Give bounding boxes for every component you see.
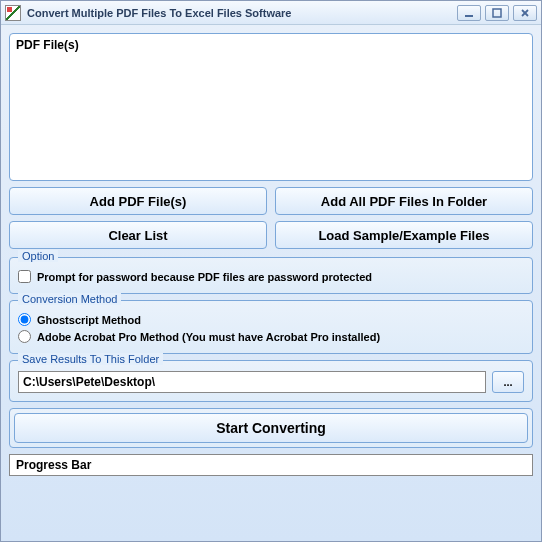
clear-list-button[interactable]: Clear List <box>9 221 267 249</box>
app-icon <box>5 5 21 21</box>
start-converting-button[interactable]: Start Converting <box>14 413 528 443</box>
conversion-group: Conversion Method Ghostscript Method Ado… <box>9 300 533 354</box>
acrobat-label: Adobe Acrobat Pro Method (You must have … <box>37 331 380 343</box>
prompt-password-label: Prompt for password because PDF files ar… <box>37 271 372 283</box>
prompt-password-checkbox[interactable] <box>18 270 31 283</box>
file-list-box[interactable]: PDF File(s) <box>9 33 533 181</box>
client-area: PDF File(s) Add PDF File(s) Add All PDF … <box>1 25 541 541</box>
load-sample-button[interactable]: Load Sample/Example Files <box>275 221 533 249</box>
ghostscript-row[interactable]: Ghostscript Method <box>18 311 524 328</box>
minimize-button[interactable] <box>457 5 481 21</box>
close-button[interactable] <box>513 5 537 21</box>
app-window: Convert Multiple PDF Files To Excel File… <box>0 0 542 542</box>
maximize-button[interactable] <box>485 5 509 21</box>
path-row: ... <box>18 371 524 393</box>
browse-button[interactable]: ... <box>492 371 524 393</box>
ghostscript-radio[interactable] <box>18 313 31 326</box>
window-controls <box>457 5 537 21</box>
save-path-input[interactable] <box>18 371 486 393</box>
option-legend: Option <box>18 250 58 262</box>
ghostscript-label: Ghostscript Method <box>37 314 141 326</box>
window-title: Convert Multiple PDF Files To Excel File… <box>27 7 457 19</box>
conversion-legend: Conversion Method <box>18 293 121 305</box>
acrobat-row[interactable]: Adobe Acrobat Pro Method (You must have … <box>18 328 524 345</box>
acrobat-radio[interactable] <box>18 330 31 343</box>
save-group: Save Results To This Folder ... <box>9 360 533 402</box>
svg-rect-1 <box>493 9 501 17</box>
progress-bar: Progress Bar <box>9 454 533 476</box>
file-list-header: PDF File(s) <box>16 38 526 54</box>
button-grid: Add PDF File(s) Add All PDF Files In Fol… <box>9 187 533 249</box>
option-group: Option Prompt for password because PDF f… <box>9 257 533 294</box>
prompt-password-row[interactable]: Prompt for password because PDF files ar… <box>18 268 524 285</box>
add-pdf-button[interactable]: Add PDF File(s) <box>9 187 267 215</box>
start-wrap: Start Converting <box>9 408 533 448</box>
progress-label: Progress Bar <box>16 458 91 472</box>
titlebar: Convert Multiple PDF Files To Excel File… <box>1 1 541 25</box>
add-folder-button[interactable]: Add All PDF Files In Folder <box>275 187 533 215</box>
save-legend: Save Results To This Folder <box>18 353 163 365</box>
